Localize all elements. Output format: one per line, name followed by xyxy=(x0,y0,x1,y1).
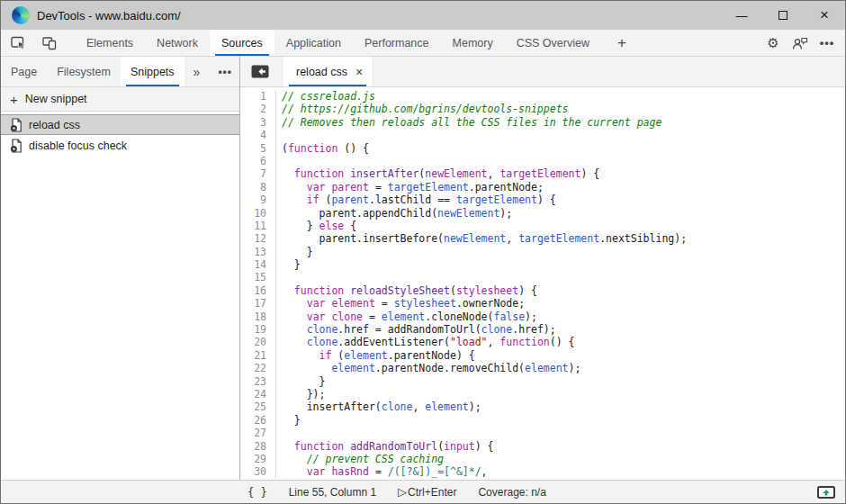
titlebar[interactable]: DevTools - www.baidu.com/ — × xyxy=(1,1,845,30)
line-number[interactable]: 1 xyxy=(240,90,276,103)
devtools-window: { "window": { "title": "DevTools - www.b… xyxy=(0,0,846,504)
tab-snippets[interactable]: Snippets xyxy=(121,57,184,86)
code-line: 29 // prevent CSS caching xyxy=(240,453,845,465)
snippet-name: disable focus check xyxy=(29,140,127,152)
line-number[interactable]: 13 xyxy=(240,246,276,258)
line-number[interactable]: 8 xyxy=(240,181,276,194)
line-number[interactable]: 2 xyxy=(240,103,276,115)
code-line: 10 parent.appendChild(newElement); xyxy=(240,207,845,220)
panel-tabs: Elements Network Sources Application Per… xyxy=(75,30,643,56)
navigator-more-icon[interactable]: ••• xyxy=(209,57,241,86)
line-number[interactable]: 7 xyxy=(240,167,276,180)
code-line: 18 var clone = element.cloneNode(false); xyxy=(240,310,845,323)
code-line: 26 } xyxy=(240,414,845,427)
code-line: 9 if (parent.lastChild == targetElement)… xyxy=(240,194,845,206)
line-number[interactable]: 14 xyxy=(240,258,276,271)
maximize-button[interactable] xyxy=(762,1,804,30)
new-snippet-button[interactable]: + New snippet xyxy=(1,87,239,112)
line-number[interactable]: 15 xyxy=(240,271,276,284)
code-line: 17 var element = stylesheet.ownerNode; xyxy=(240,297,845,310)
tab-network[interactable]: Network xyxy=(145,30,210,56)
code-line: 23 } xyxy=(240,375,845,388)
code-line: 16 function reloadStyleSheet(stylesheet)… xyxy=(240,284,845,297)
more-options-icon[interactable]: ••• xyxy=(816,32,838,54)
line-number[interactable]: 24 xyxy=(240,388,276,400)
line-number[interactable]: 27 xyxy=(240,427,276,439)
editor-tab-label: reload css xyxy=(296,66,347,78)
line-number[interactable]: 22 xyxy=(240,362,276,374)
code-line: 2// https://github.com/bgrins/devtools-s… xyxy=(240,103,845,115)
minimize-button[interactable]: — xyxy=(721,1,762,30)
code-line: 8 var parent = targetElement.parentNode; xyxy=(240,181,845,194)
drawer-toggle-icon[interactable] xyxy=(816,485,836,500)
code-line: 24 }); xyxy=(240,388,845,400)
tab-performance[interactable]: Performance xyxy=(353,30,441,56)
code-line: 7 function insertAfter(newElement, targe… xyxy=(240,167,845,180)
code-line: 13 } xyxy=(240,246,845,258)
snippet-name: reload css xyxy=(29,119,80,131)
run-shortcut-label: Ctrl+Enter xyxy=(408,486,456,499)
line-number[interactable]: 20 xyxy=(240,336,276,348)
coverage-status: Coverage: n/a xyxy=(478,486,545,499)
line-number[interactable]: 11 xyxy=(240,220,276,232)
code-line: 3// Removes then reloads all the CSS fil… xyxy=(240,116,845,129)
edge-logo-icon xyxy=(12,6,30,24)
tab-sources[interactable]: Sources xyxy=(210,30,274,56)
tab-page[interactable]: Page xyxy=(1,57,47,86)
line-number[interactable]: 18 xyxy=(240,310,276,323)
pretty-print-button[interactable]: { } xyxy=(248,486,267,499)
snippet-file-icon xyxy=(10,118,22,132)
line-number[interactable]: 5 xyxy=(240,142,276,155)
close-button[interactable]: × xyxy=(804,1,845,30)
window-title: DevTools - www.baidu.com/ xyxy=(37,9,181,22)
snippet-item-reload-css[interactable]: reload css xyxy=(1,114,239,135)
statusbar: { } Line 55, Column 1 ▷ Ctrl+Enter Cover… xyxy=(1,480,845,503)
line-number[interactable]: 21 xyxy=(240,349,276,362)
navigator-tabs: Page Filesystem Snippets » ••• xyxy=(1,57,239,87)
line-number[interactable]: 17 xyxy=(240,297,276,310)
main-toolbar: Elements Network Sources Application Per… xyxy=(1,30,845,57)
device-toolbar-icon[interactable] xyxy=(39,32,60,54)
inspect-element-icon[interactable] xyxy=(8,32,30,54)
line-number[interactable]: 10 xyxy=(240,207,276,220)
line-number[interactable]: 9 xyxy=(240,194,276,206)
line-number[interactable]: 28 xyxy=(240,440,276,453)
code-line: 11 } else { xyxy=(240,220,845,232)
code-line: 21 if (element.parentNode) { xyxy=(240,349,845,362)
line-number[interactable]: 26 xyxy=(240,414,276,427)
line-number[interactable]: 12 xyxy=(240,232,276,245)
line-number[interactable]: 3 xyxy=(240,116,276,129)
settings-gear-icon[interactable]: ⚙ xyxy=(762,32,784,54)
code-line: 5(function () { xyxy=(240,142,845,155)
line-number[interactable]: 25 xyxy=(240,400,276,413)
maximize-icon xyxy=(778,11,788,20)
code-line: 28 function addRandomToUrl(input) { xyxy=(240,440,845,453)
line-number[interactable]: 19 xyxy=(240,323,276,336)
code-line: 12 parent.insertBefore(newElement, targe… xyxy=(240,232,845,245)
tab-filesystem[interactable]: Filesystem xyxy=(47,57,121,86)
tab-elements[interactable]: Elements xyxy=(75,30,145,56)
line-number[interactable]: 30 xyxy=(240,465,276,478)
tab-close-icon[interactable]: × xyxy=(356,65,363,79)
hide-navigator-icon[interactable] xyxy=(240,57,278,86)
line-number[interactable]: 4 xyxy=(240,129,276,141)
feedback-icon[interactable] xyxy=(789,32,811,54)
overflow-tabs-icon[interactable]: » xyxy=(184,57,210,86)
code-line: 25 insertAfter(clone, element); xyxy=(240,400,845,413)
line-number[interactable]: 23 xyxy=(240,375,276,388)
tab-memory[interactable]: Memory xyxy=(441,30,505,56)
tab-css-overview[interactable]: CSS Overview xyxy=(505,30,601,56)
snippet-item-disable-focus-check[interactable]: disable focus check xyxy=(1,135,239,156)
code-line: 27 xyxy=(240,427,845,439)
line-number[interactable]: 6 xyxy=(240,155,276,167)
editor-tab-reload-css[interactable]: reload css × xyxy=(284,57,372,86)
sources-panel: Page Filesystem Snippets » ••• + New sni… xyxy=(1,57,845,480)
tab-application[interactable]: Application xyxy=(274,30,353,56)
run-snippet-hint: ▷ Ctrl+Enter xyxy=(398,485,456,499)
code-line: 15 xyxy=(240,271,845,284)
plus-icon: + xyxy=(10,92,18,107)
line-number[interactable]: 29 xyxy=(240,453,276,465)
code-area[interactable]: 1// cssreload.js2// https://github.com/b… xyxy=(240,87,845,480)
line-number[interactable]: 16 xyxy=(240,284,276,297)
add-panel-button[interactable]: + xyxy=(601,30,643,56)
